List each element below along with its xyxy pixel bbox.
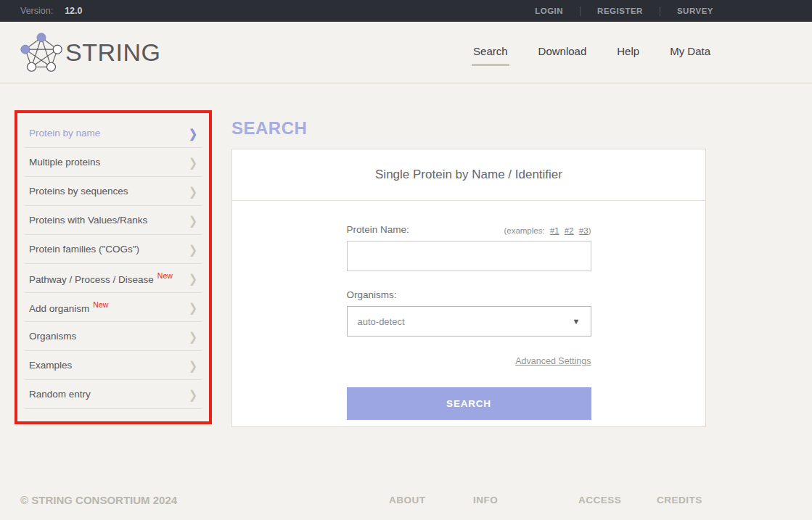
nav-my-data[interactable]: My Data <box>668 39 712 66</box>
organisms-label: Organisms: <box>347 289 591 300</box>
version-label: Version: <box>20 6 53 16</box>
new-badge: New <box>93 300 108 309</box>
search-form: Protein Name: (examples: #1 #2 #3) Organ… <box>347 201 591 420</box>
dropdown-arrow-icon: ▼ <box>573 317 581 326</box>
advanced-settings-row: Advanced Settings <box>347 354 591 367</box>
example-link-2[interactable]: #2 <box>565 226 574 235</box>
string-logo[interactable]: STRING <box>20 33 160 72</box>
organisms-select[interactable]: auto-detect ▼ <box>347 306 591 337</box>
new-badge: New <box>157 271 173 280</box>
chevron-right-icon: ❯ <box>189 213 197 226</box>
copyright-text: © STRING CONSORTIUM 2024 <box>20 494 177 506</box>
examples-hint: (examples: #1 #2 #3) <box>504 226 591 235</box>
organisms-selected-value: auto-detect <box>358 316 405 327</box>
protein-name-label: Protein Name: <box>347 224 409 235</box>
search-card: Single Protein by Name / Identifier Prot… <box>231 149 706 427</box>
chevron-right-icon: ❯ <box>189 271 197 284</box>
chevron-right-icon: ❯ <box>189 126 197 139</box>
sidebar-item-multiple-proteins[interactable]: Multiple proteins ❯ <box>25 148 202 177</box>
nav-search[interactable]: Search <box>472 39 509 66</box>
example-link-3[interactable]: #3 <box>579 226 589 235</box>
card-title: Single Protein by Name / Identifier <box>375 168 562 182</box>
sidebar-item-random-entry[interactable]: Random entry ❯ <box>25 380 202 409</box>
chevron-right-icon: ❯ <box>189 242 197 255</box>
divider <box>580 7 581 16</box>
chevron-right-icon: ❯ <box>189 155 197 168</box>
sidebar-item-pathway-process-disease[interactable]: Pathway / Process / DiseaseNew ❯ <box>25 264 202 293</box>
version-info: Version: 12.0 <box>20 6 83 16</box>
account-links: LOGIN REGISTER SURVEY <box>533 7 715 16</box>
brand-name: STRING <box>65 38 160 67</box>
chevron-right-icon: ❯ <box>189 329 197 342</box>
footer-link-access[interactable]: ACCESS <box>578 495 621 505</box>
annotation-red-rectangle: Protein by name ❯ Multiple proteins ❯ Pr… <box>15 110 212 424</box>
sidebar-item-protein-by-name[interactable]: Protein by name ❯ <box>25 119 202 148</box>
main-content: SEARCH Single Protein by Name / Identifi… <box>231 118 706 427</box>
survey-link[interactable]: SURVEY <box>676 7 715 15</box>
footer-link-info[interactable]: INFO <box>473 495 498 505</box>
site-header: STRING Search Download Help My Data <box>0 22 812 83</box>
version-value: 12.0 <box>65 6 82 16</box>
footer-link-credits[interactable]: CREDITS <box>657 495 702 505</box>
page-title: SEARCH <box>231 118 706 139</box>
site-footer: © STRING CONSORTIUM 2024 ABOUT INFO ACCE… <box>0 492 812 520</box>
chevron-right-icon: ❯ <box>189 300 197 313</box>
sidebar-item-proteins-with-values-ranks[interactable]: Proteins with Values/Ranks ❯ <box>25 206 202 235</box>
top-bar: Version: 12.0 LOGIN REGISTER SURVEY <box>0 0 812 22</box>
sidebar-item-examples[interactable]: Examples ❯ <box>25 351 202 380</box>
chevron-right-icon: ❯ <box>189 358 197 371</box>
nav-download[interactable]: Download <box>537 39 589 66</box>
login-link[interactable]: LOGIN <box>533 7 565 15</box>
sidebar-item-protein-families-cogs[interactable]: Protein families ("COGs") ❯ <box>25 235 202 264</box>
search-method-sidebar: Protein by name ❯ Multiple proteins ❯ Pr… <box>17 113 209 409</box>
chevron-right-icon: ❯ <box>189 184 197 197</box>
search-button[interactable]: SEARCH <box>347 387 591 420</box>
divider <box>660 7 660 16</box>
string-network-icon <box>20 33 62 72</box>
chevron-right-icon: ❯ <box>189 387 197 400</box>
sidebar-item-add-organism[interactable]: Add organismNew ❯ <box>25 293 202 322</box>
main-nav: Search Download Help My Data <box>472 39 712 66</box>
footer-link-about[interactable]: ABOUT <box>389 495 426 505</box>
example-link-1[interactable]: #1 <box>550 226 559 235</box>
sidebar-item-proteins-by-sequences[interactable]: Proteins by sequences ❯ <box>25 177 202 206</box>
string-search-page: Version: 12.0 LOGIN REGISTER SURVEY <box>0 0 812 520</box>
card-title-bar: Single Protein by Name / Identifier <box>232 149 705 201</box>
advanced-settings-link[interactable]: Advanced Settings <box>515 356 591 366</box>
nav-help[interactable]: Help <box>615 39 641 66</box>
protein-name-input[interactable] <box>347 241 591 271</box>
sidebar-item-organisms[interactable]: Organisms ❯ <box>25 322 202 351</box>
protein-name-row: Protein Name: (examples: #1 #2 #3) <box>347 224 591 235</box>
register-link[interactable]: REGISTER <box>596 7 644 15</box>
